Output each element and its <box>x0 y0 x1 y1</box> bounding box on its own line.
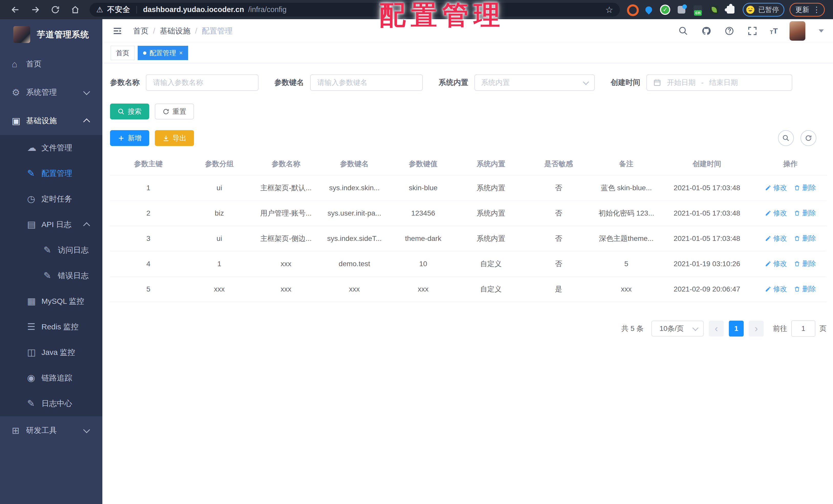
back-icon[interactable] <box>10 4 21 15</box>
cell-value: xxx <box>389 277 457 302</box>
param-key-input[interactable] <box>317 78 416 87</box>
edit-link[interactable]: 修改 <box>765 208 787 218</box>
home-icon[interactable] <box>70 4 81 15</box>
edit-link[interactable]: 修改 <box>765 183 787 192</box>
cell-id: 4 <box>110 251 187 277</box>
delete-link[interactable]: 删除 <box>794 284 816 294</box>
sidebar-logo[interactable]: 芋道管理系统 <box>0 19 102 50</box>
extension-puzzle-icon[interactable] <box>725 4 736 15</box>
cell-sensitive: 否 <box>524 175 593 201</box>
current-page-button[interactable]: 1 <box>729 321 744 336</box>
builtin-select[interactable]: 系统内置 <box>474 74 595 91</box>
date-range-picker[interactable]: 开始日期 - 结束日期 <box>646 74 792 91</box>
config-table: 参数主键参数分组参数名称参数键名参数键值系统内置是否敏感备注创建时间操作 1ui… <box>110 153 827 302</box>
goto-page-input[interactable] <box>791 320 815 337</box>
tab-config-manage[interactable]: 配置管理 × <box>138 46 188 60</box>
cell-sensitive: 是 <box>524 277 593 302</box>
sidebar-item-file-manage[interactable]: ☁文件管理 <box>0 135 102 160</box>
browser-update-button[interactable]: 更新 ⋮ <box>789 3 825 17</box>
prev-page-button[interactable]: ‹ <box>709 321 724 336</box>
sidebar-item-scheduled-jobs[interactable]: ◷定时任务 <box>0 186 102 212</box>
sidebar-item-label: 文件管理 <box>42 143 72 153</box>
sidebar-item-system-admin[interactable]: ⚙系统管理 <box>0 78 102 107</box>
extension-check-icon[interactable]: ✓ <box>660 4 670 15</box>
tab-home[interactable]: 首页 <box>111 46 135 60</box>
hide-search-button[interactable] <box>778 130 794 146</box>
page-size-select[interactable]: 10条/页 <box>651 321 704 336</box>
sidebar-item-label: 研发工具 <box>26 425 57 436</box>
delete-icon <box>794 286 800 292</box>
delete-link[interactable]: 删除 <box>794 234 816 243</box>
breadcrumb-infra[interactable]: 基础设施 <box>160 26 190 36</box>
search-icon <box>782 134 789 142</box>
sidebar-item-infrastructure[interactable]: ▣基础设施 <box>0 107 102 135</box>
refresh-table-button[interactable] <box>801 130 816 146</box>
sidebar-item-label: API 日志 <box>42 219 71 230</box>
reload-icon[interactable] <box>50 4 61 15</box>
browser-menu-icon[interactable]: ⋮ <box>813 5 820 14</box>
user-avatar[interactable] <box>789 21 805 41</box>
cell-group: ui <box>187 226 252 251</box>
trace-icon: ◉ <box>27 373 42 383</box>
extension-pin-icon[interactable] <box>643 4 654 15</box>
search-button[interactable]: 搜索 <box>110 104 149 120</box>
table-actions-row: 新增 导出 <box>110 130 827 146</box>
fullscreen-icon[interactable] <box>747 25 758 36</box>
avatar-caret-icon[interactable] <box>819 29 824 32</box>
delete-link[interactable]: 删除 <box>794 208 816 218</box>
add-button[interactable]: 新增 <box>110 130 149 146</box>
breadcrumb-current: 配置管理 <box>202 26 233 36</box>
cell-group: xxx <box>187 277 252 302</box>
help-icon[interactable] <box>724 25 735 36</box>
search-icon[interactable] <box>678 25 689 36</box>
sidebar-item-label: 系统管理 <box>26 87 57 98</box>
bookmark-star-icon[interactable]: ☆ <box>605 5 613 15</box>
sidebar-item-redis-monitor[interactable]: ☰Redis 监控 <box>0 314 102 339</box>
sidebar-item-api-logs[interactable]: ▤API 日志 <box>0 212 102 237</box>
cell-group: 1 <box>187 251 252 277</box>
cell-created: 2021-01-19 03:10:26 <box>660 251 755 277</box>
sidebar-item-mysql-monitor[interactable]: ▦MySQL 监控 <box>0 288 102 314</box>
edit-link[interactable]: 修改 <box>765 234 787 243</box>
table-row: 5xxxxxxxxxxxx自定义是xxx2021-02-09 20:06:47修… <box>110 277 827 302</box>
extension-grid-icon[interactable] <box>676 4 687 15</box>
profile-paused-badge[interactable]: 已暂停 <box>743 3 784 17</box>
logo-avatar <box>13 26 30 43</box>
reset-button[interactable]: 重置 <box>155 104 194 120</box>
close-tab-icon[interactable]: × <box>179 50 183 56</box>
collapse-sidebar-icon[interactable] <box>112 25 123 37</box>
sidebar-item-log-center[interactable]: ✎日志中心 <box>0 391 102 416</box>
config-manage-icon: ✎ <box>27 168 42 179</box>
next-page-button[interactable]: › <box>749 321 764 336</box>
breadcrumb-home[interactable]: 首页 <box>133 26 148 36</box>
edit-icon <box>765 260 771 267</box>
sidebar-item-home[interactable]: ⌂首页 <box>0 50 102 78</box>
edit-link[interactable]: 修改 <box>765 259 787 268</box>
edit-link[interactable]: 修改 <box>765 284 787 294</box>
param-name-label: 参数名称 <box>110 77 140 88</box>
sidebar-item-dev-tools[interactable]: ⊞研发工具 <box>0 416 102 445</box>
cell-key: xxx <box>320 277 389 302</box>
sidebar-item-access-logs[interactable]: ✎访问日志 <box>0 237 102 263</box>
sidebar-item-trace[interactable]: ◉链路追踪 <box>0 365 102 391</box>
export-button[interactable]: 导出 <box>155 130 194 146</box>
extension-orange-ring-icon[interactable] <box>627 4 638 15</box>
extension-leaf-icon[interactable] <box>709 4 720 15</box>
delete-link[interactable]: 删除 <box>794 183 816 192</box>
github-icon[interactable] <box>701 25 712 36</box>
sidebar-item-java-monitor[interactable]: ◫Java 监控 <box>0 339 102 365</box>
sidebar-item-error-logs[interactable]: ✎错误日志 <box>0 263 102 288</box>
font-size-icon[interactable]: TT <box>770 27 778 35</box>
address-bar[interactable]: ⚠ 不安全 dashboard.yudao.iocoder.cn/infra/c… <box>90 3 620 17</box>
column-header: 操作 <box>754 153 827 175</box>
cell-value: skin-blue <box>389 175 457 201</box>
delete-link[interactable]: 删除 <box>794 259 816 268</box>
param-name-input[interactable] <box>152 78 252 87</box>
extension-cn-icon[interactable]: cn <box>692 4 703 15</box>
sidebar-item-config-manage[interactable]: ✎配置管理 <box>0 160 102 186</box>
forward-icon[interactable] <box>30 4 41 15</box>
cell-created: 2021-01-05 17:03:48 <box>660 226 755 251</box>
cell-name: xxx <box>252 251 320 277</box>
cell-builtin: 自定义 <box>457 277 524 302</box>
sidebar-item-label: 定时任务 <box>42 194 72 204</box>
